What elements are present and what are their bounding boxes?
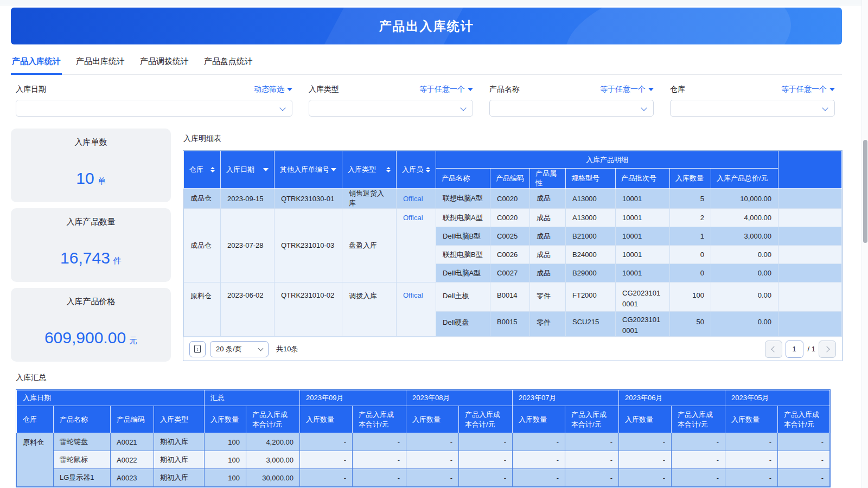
officer-link[interactable]: Offical: [397, 209, 436, 282]
cell-product-code: C0020: [490, 209, 530, 227]
filter-op-dropdown[interactable]: 动态筛选: [254, 85, 292, 94]
chevron-right-icon: [824, 346, 829, 352]
inbound-type-select[interactable]: [309, 100, 473, 117]
cell-batch: 10001: [616, 246, 670, 264]
top-strip: [0, 0, 868, 5]
inbound-date-select[interactable]: [16, 100, 292, 117]
filter-label: 入库类型: [309, 85, 339, 94]
table-row: 原料仓 雷蛇键盘 A0021 期初入库 100 4,200.00 - - - -…: [17, 433, 830, 451]
cell-month-cost: -: [459, 451, 513, 469]
cell-month-qty: -: [725, 469, 778, 487]
page-title: 产品出入库统计: [379, 18, 474, 35]
cell-product-name: 联想电脑A型: [436, 189, 490, 209]
cell-month-qty: -: [513, 433, 565, 451]
cell-month-qty: -: [300, 469, 353, 487]
cell-qty: 2: [670, 209, 711, 227]
filter-op-dropdown[interactable]: 等于任意一个: [419, 85, 473, 94]
cell-month-cost: -: [353, 433, 406, 451]
page-banner: 产品出入库统计: [11, 8, 842, 44]
cell-spec: A13000: [566, 209, 616, 227]
filter-op-dropdown[interactable]: 等于任意一个: [600, 85, 654, 94]
cell-total: 0.00: [711, 264, 778, 282]
officer-link[interactable]: Offical: [397, 282, 436, 337]
table-row: 成品仓 2023-07-28 QTRK231010-03 盘盈入库 Offica…: [184, 209, 842, 227]
cell-date: 2023-07-28: [221, 209, 275, 282]
tab-outbound-stats[interactable]: 产品出库统计: [75, 52, 126, 74]
cell-empty: [778, 264, 842, 282]
tab-stocktake-stats[interactable]: 产品盘点统计: [203, 52, 254, 74]
cell-product-name: 雷蛇鼠标: [54, 451, 111, 469]
cell-month-cost: -: [778, 469, 830, 487]
col-header-qty: 入库数量: [670, 169, 711, 189]
product-name-select[interactable]: [489, 100, 654, 117]
cell-product-attr: 成品: [530, 209, 566, 227]
filter-op-dropdown[interactable]: 等于任意一个: [781, 85, 835, 94]
scrollbar-thumb[interactable]: [863, 140, 867, 243]
cell-month-qty: -: [406, 451, 459, 469]
cell-date: 2023-06-02: [221, 282, 275, 337]
chevron-down-icon: [460, 105, 466, 111]
col-header-officer[interactable]: 入库员: [397, 151, 436, 189]
filter-op-label: 动态筛选: [254, 85, 284, 94]
table-row: 原料仓 2023-06-02 QTRK231010-02 调拨入库 Offica…: [184, 282, 842, 312]
card-unit: 件: [113, 256, 122, 265]
cell-inbound-type: 期初入库: [154, 433, 205, 451]
col-header-total: 入库产品总价/元: [711, 169, 778, 189]
group-header-product-detail: 入库产品明细: [436, 151, 778, 169]
cell-batch: CG20231010001: [616, 312, 670, 337]
next-page-button[interactable]: [819, 341, 836, 358]
cell-product-name: Dell电脑A型: [436, 264, 490, 282]
cell-spec: B24000: [566, 246, 616, 264]
col-header-qty: 入库数量: [205, 406, 246, 433]
cell-product-code: C0025: [490, 227, 530, 246]
col-header-cost: 产品入库成本合计/元: [565, 406, 619, 433]
cell-product-code: C0020: [490, 189, 530, 209]
tab-inbound-stats[interactable]: 产品入库统计: [11, 52, 62, 74]
cell-product-attr: 成品: [530, 264, 566, 282]
col-header-order-no[interactable]: 其他入库单编号: [275, 151, 342, 189]
col-header-cost: 产品入库成本合计/元: [246, 406, 300, 433]
cell-month-qty: -: [406, 433, 459, 451]
cell-total: 3,000.00: [711, 227, 778, 246]
col-header-date[interactable]: 入库日期: [221, 151, 275, 189]
cell-spec: FT2000: [566, 282, 616, 312]
prev-page-button[interactable]: [765, 341, 782, 358]
pagination-bar: ↕ 20 条/页 共10条 / 1: [183, 337, 842, 361]
cell-product-attr: 成品: [530, 227, 566, 246]
cell-warehouse: 原料仓: [184, 282, 221, 337]
card-inbound-orders: 入库单数 10单: [11, 129, 171, 202]
group-header-inbound-date: 入库日期: [17, 390, 205, 406]
cell-month-qty: -: [406, 469, 459, 487]
col-header-qty: 入库数量: [406, 406, 459, 433]
cell-total: 0.00: [711, 312, 778, 337]
cell-batch: CG20231010001: [616, 282, 670, 312]
page-size-select[interactable]: 20 条/页: [210, 341, 269, 357]
page-setup-button[interactable]: ↕: [189, 341, 206, 357]
chevron-down-icon: [258, 345, 264, 351]
cell-spec: B21000: [566, 227, 616, 246]
tab-transfer-stats[interactable]: 产品调拨统计: [139, 52, 190, 74]
col-header-warehouse[interactable]: 仓库: [184, 151, 221, 189]
cell-total: 10,000.00: [711, 189, 778, 209]
officer-link[interactable]: Offical: [397, 189, 436, 209]
cell-month-qty: -: [725, 451, 778, 469]
card-title: 入库产品数量: [11, 217, 171, 227]
col-header-spec: 规格型号: [566, 169, 616, 189]
col-header-type[interactable]: 入库类型: [342, 151, 397, 189]
cell-month-qty: -: [619, 451, 672, 469]
filter-caret-icon: [263, 168, 269, 171]
group-header-2023-05: 2023年05月: [725, 390, 830, 406]
col-header-batch: 产品批次号: [616, 169, 670, 189]
col-header-qty: 入库数量: [513, 406, 565, 433]
warehouse-select[interactable]: [670, 100, 835, 117]
cell-month-cost: -: [353, 469, 406, 487]
page-scrollbar[interactable]: [861, 0, 868, 488]
cell-product-code: C0027: [490, 264, 530, 282]
cell-total: 0.00: [711, 282, 778, 312]
page-number-input[interactable]: [786, 341, 803, 358]
filter-label: 产品名称: [489, 85, 520, 94]
page-size-label: 20 条/页: [216, 344, 242, 354]
cell-empty: [778, 282, 842, 312]
cell-product-name: 联想电脑A型: [436, 209, 490, 227]
cell-month-qty: -: [619, 469, 672, 487]
